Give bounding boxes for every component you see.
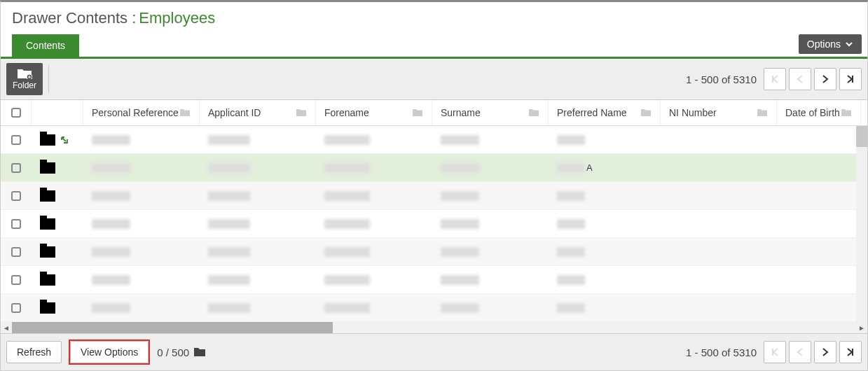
vertical-scrollbar[interactable] <box>856 126 867 322</box>
tab-bar: Contents Options <box>1 34 867 59</box>
tab-contents[interactable]: Contents <box>12 34 79 57</box>
row-checkbox[interactable] <box>11 303 21 313</box>
table-cell <box>83 219 200 229</box>
table-header: Personal Reference Applicant ID Forename… <box>1 100 867 126</box>
last-page-button[interactable] <box>839 341 862 363</box>
select-all-checkbox[interactable] <box>11 108 21 118</box>
folder-icon <box>193 347 206 357</box>
redacted-value <box>92 163 130 173</box>
column-forename[interactable]: Forename <box>316 100 432 125</box>
toolbar-divider <box>48 65 49 93</box>
column-personal-reference[interactable]: Personal Reference <box>83 100 200 125</box>
redacted-value <box>557 219 585 229</box>
first-page-button[interactable] <box>764 68 786 90</box>
table-row[interactable] <box>1 210 867 238</box>
table-cell <box>432 191 549 201</box>
column-label: Personal Reference <box>92 107 179 118</box>
column-label: Date of Birth <box>785 107 840 118</box>
options-button-label: Options <box>807 38 841 50</box>
table-cell <box>200 191 316 201</box>
table-cell <box>432 275 549 285</box>
folder-icon <box>179 108 191 117</box>
app-window: Drawer Contents : Employees Contents Opt… <box>0 0 868 371</box>
table-cell <box>316 135 432 145</box>
table-row[interactable] <box>1 182 867 210</box>
pagination-nav-bottom <box>764 341 862 363</box>
view-options-button[interactable]: View Options <box>70 341 149 363</box>
redacted-value <box>208 191 250 201</box>
row-checkbox[interactable] <box>11 191 21 201</box>
table-row[interactable]: A <box>1 154 867 182</box>
column-label: Forename <box>324 107 369 118</box>
table-cell <box>200 219 316 229</box>
first-page-button[interactable] <box>764 341 786 363</box>
scroll-right-arrow[interactable]: ► <box>856 322 867 333</box>
row-checkbox[interactable] <box>11 247 21 257</box>
table-cell <box>200 135 316 145</box>
table-cell <box>83 275 200 285</box>
table-row[interactable] <box>1 294 867 322</box>
folder-icon <box>296 108 307 117</box>
redacted-value <box>441 275 479 285</box>
folder-icon <box>412 108 423 117</box>
row-select-cell <box>1 303 32 313</box>
row-icon-cell <box>32 246 83 258</box>
table-row[interactable] <box>1 126 867 154</box>
table-cell <box>83 163 200 173</box>
table-cell <box>549 191 661 201</box>
redacted-value <box>557 191 585 201</box>
scrollbar-thumb[interactable] <box>856 126 867 147</box>
row-checkbox[interactable] <box>11 219 21 229</box>
column-date-of-birth[interactable]: Date of Birth <box>777 100 861 125</box>
column-preferred-name[interactable]: Preferred Name <box>549 100 661 125</box>
prev-page-button[interactable] <box>789 341 811 363</box>
table-cell <box>432 247 549 257</box>
row-checkbox[interactable] <box>11 163 21 173</box>
pagination-info-bottom: 1 - 500 of 5310 <box>686 346 757 358</box>
redacted-value <box>441 191 479 201</box>
table-cell <box>316 191 432 201</box>
scrollbar-thumb[interactable] <box>12 322 333 333</box>
column-label: Preferred Name <box>557 107 627 118</box>
table-cell <box>549 303 661 313</box>
refresh-button[interactable]: Refresh <box>6 341 62 363</box>
new-folder-button[interactable]: Folder <box>6 63 43 95</box>
next-page-button[interactable] <box>814 341 836 363</box>
redacted-value <box>324 247 370 257</box>
table-row[interactable] <box>1 238 867 266</box>
column-surname[interactable]: Surname <box>432 100 549 125</box>
redacted-value <box>208 135 250 145</box>
column-applicant-id[interactable]: Applicant ID <box>200 100 316 125</box>
redacted-value <box>324 275 370 285</box>
row-checkbox[interactable] <box>11 275 21 285</box>
redacted-value <box>92 191 130 201</box>
row-checkbox[interactable] <box>11 135 21 145</box>
select-all-header[interactable] <box>1 100 32 125</box>
column-label: Applicant ID <box>208 107 261 118</box>
table-cell <box>432 135 549 145</box>
table-cell <box>432 303 549 313</box>
next-page-button[interactable] <box>814 68 836 90</box>
horizontal-scrollbar[interactable]: ◄ ► <box>1 322 867 333</box>
redacted-value <box>208 275 250 285</box>
table-cell <box>83 247 200 257</box>
table-cell <box>316 247 432 257</box>
icon-column-header <box>32 100 83 125</box>
column-label: NI Number <box>669 107 717 118</box>
row-icon-cell <box>32 162 83 174</box>
options-button[interactable]: Options <box>799 34 862 54</box>
redacted-value <box>557 135 585 145</box>
redacted-value <box>92 247 130 257</box>
open-external-icon[interactable] <box>60 135 69 145</box>
column-ni-number[interactable]: NI Number <box>661 100 777 125</box>
prev-page-button[interactable] <box>789 68 811 90</box>
table-row[interactable] <box>1 266 867 294</box>
redacted-value <box>441 247 479 257</box>
redacted-value <box>557 275 585 285</box>
row-select-cell <box>1 247 32 257</box>
table-body: A <box>1 126 867 322</box>
scroll-left-arrow[interactable]: ◄ <box>1 322 12 333</box>
table-cell <box>83 303 200 313</box>
last-page-button[interactable] <box>839 68 862 90</box>
table-cell <box>200 275 316 285</box>
